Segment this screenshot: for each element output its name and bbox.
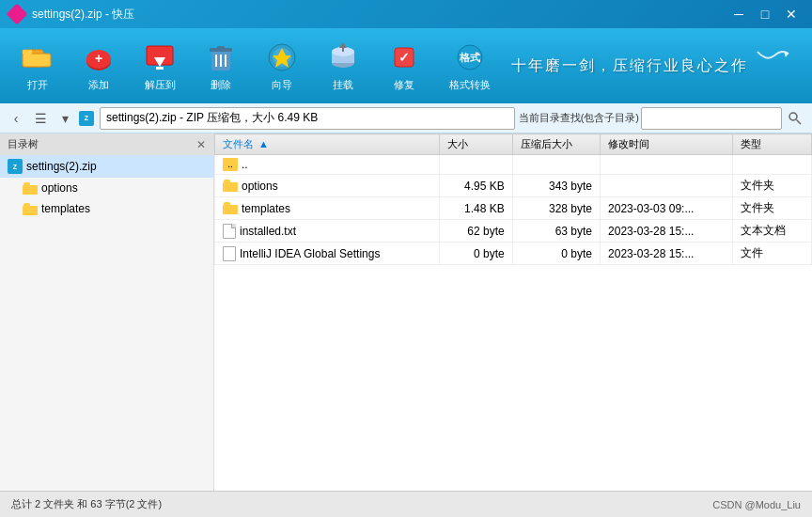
cell-modified: 2023-03-28 15:... [601,220,733,243]
folder-icon [23,203,38,215]
cell-size [440,155,512,175]
svg-text:✓: ✓ [398,50,410,65]
repair-icon: ✓ [387,40,421,74]
toolbar-convert-button[interactable]: 格式 格式转换 [437,33,503,99]
search-button[interactable] [784,107,806,130]
toolbar-slogan: 十年磨一剑，压缩行业良心之作 [508,56,751,76]
svg-point-30 [789,113,797,120]
col-type[interactable]: 类型 [732,134,811,155]
delete-label: 删除 [211,78,231,92]
address-input[interactable] [100,107,515,130]
add-label: 添加 [88,78,109,92]
title-bar: settings(2).zip - 快压 ─ □ ✕ [0,0,812,28]
open-icon [21,40,55,74]
file-name: IntelliJ IDEA Global Settings [240,247,380,260]
sort-arrow-icon: ▲ [258,138,269,149]
col-compressed-label: 压缩后大小 [521,138,572,149]
table-row[interactable]: options 4.95 KB 343 byte 文件夹 [215,175,812,197]
mount-icon [326,40,360,74]
file-name: .. [242,158,248,171]
toolbar-delete-button[interactable]: 删除 [193,33,249,99]
delete-icon [204,40,238,74]
cell-type: 文本文档 [732,220,811,243]
table-row[interactable]: IntelliJ IDEA Global Settings 0 byte 0 b… [215,243,812,265]
minimize-button[interactable]: ─ [726,5,752,24]
col-compressed[interactable]: 压缩后大小 [512,134,600,155]
status-left: 总计 2 文件夹 和 63 字节(2 文件) [11,497,162,511]
window-title: settings(2).zip - 快压 [32,7,720,23]
cell-type [732,155,811,175]
cell-modified: 2023-03-03 09:... [601,197,733,220]
nav-dropdown-button[interactable]: ▾ [55,108,75,129]
sidebar-root-label: settings(2).zip [26,160,97,173]
svg-rect-12 [217,46,225,50]
cell-type: 文件 [732,243,811,265]
folder-icon [223,180,238,192]
sidebar-item-templates[interactable]: templates [0,198,213,219]
toolbar-decoration [756,44,793,87]
svg-rect-1 [23,54,51,67]
nav-back-button[interactable]: ‹ [6,108,26,129]
cell-compressed [512,155,600,175]
txt-file-icon [223,224,236,239]
toolbar-mount-button[interactable]: 挂载 [315,33,371,99]
cell-modified [601,175,733,197]
extract-icon [143,40,177,74]
col-name[interactable]: 文件名 ▲ [215,134,440,155]
table-row[interactable]: installed.txt 62 byte 63 byte 2023-03-28… [215,220,812,243]
toolbar: 打开 + 添加 解压到 [0,28,812,103]
extract-label: 解压到 [145,78,176,92]
col-name-label: 文件名 [223,138,254,149]
status-bar: 总计 2 文件夹 和 63 字节(2 文件) CSDN @Modu_Liu [0,491,812,517]
cell-name: .... [215,155,440,175]
wizard-icon [265,40,299,74]
search-label: 当前目录查找(包含子目录) [519,111,639,125]
cell-modified: 2023-03-28 15:... [601,243,733,265]
toolbar-add-button[interactable]: + 添加 [70,33,127,99]
svg-rect-2 [23,50,32,55]
col-type-label: 类型 [741,138,761,149]
toolbar-wizard-button[interactable]: 向导 [254,33,310,99]
add-icon: + [82,40,116,74]
svg-rect-9 [156,67,164,70]
app-logo [8,5,26,24]
cell-compressed: 343 byte [512,175,600,197]
file-list: 文件名 ▲ 大小 压缩后大小 修改时间 类型 [214,133,812,491]
cell-compressed: 63 byte [512,220,600,243]
maximize-button[interactable]: □ [752,5,778,24]
search-input[interactable] [641,107,782,130]
cell-name: installed.txt [215,220,440,243]
cell-type: 文件夹 [732,175,811,197]
svg-text:+: + [95,51,102,66]
toolbar-extract-button[interactable]: 解压到 [132,33,188,99]
cell-type: 文件夹 [732,197,811,220]
table-row[interactable]: .... [215,155,812,175]
toolbar-open-button[interactable]: 打开 [9,33,66,99]
mount-label: 挂载 [333,78,353,92]
svg-text:格式: 格式 [459,52,481,63]
cell-compressed: 0 byte [512,243,600,265]
address-bar: ‹ ☰ ▾ Z 当前目录查找(包含子目录) [0,103,812,133]
table-row[interactable]: templates 1.48 KB 328 byte 2023-03-03 09… [215,197,812,220]
wizard-label: 向导 [272,78,292,92]
cell-modified [601,155,733,175]
close-button[interactable]: ✕ [778,5,804,24]
file-icon [223,246,236,261]
toolbar-repair-button[interactable]: ✓ 修复 [376,33,432,99]
sidebar-item-options[interactable]: options [0,178,213,198]
sidebar-options-label: options [41,181,78,195]
col-size-label: 大小 [447,138,468,149]
sidebar-close-button[interactable]: ✕ [196,138,206,151]
sidebar-templates-label: templates [41,202,90,215]
col-modified-label: 修改时间 [608,138,649,149]
window-controls: ─ □ ✕ [726,5,804,24]
sidebar-item-root[interactable]: Z settings(2).zip [0,155,213,178]
sidebar-header: 目录树 ✕ [0,133,213,155]
col-modified[interactable]: 修改时间 [601,134,733,155]
file-table: 文件名 ▲ 大小 压缩后大小 修改时间 类型 [214,133,812,265]
cell-name: templates [215,197,440,220]
parent-dir-icon: .. [223,158,238,171]
col-size[interactable]: 大小 [440,134,512,155]
nav-list-button[interactable]: ☰ [30,108,51,129]
search-box: 当前目录查找(包含子目录) [519,107,806,130]
